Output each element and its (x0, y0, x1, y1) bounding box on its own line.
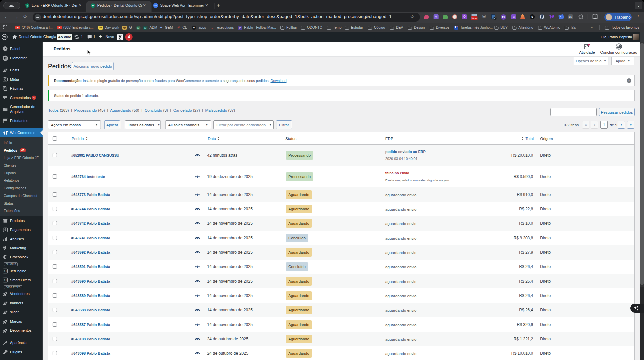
svg-text:Jet: Jet (4, 270, 7, 272)
svg-text:Jet: Jet (4, 279, 7, 281)
